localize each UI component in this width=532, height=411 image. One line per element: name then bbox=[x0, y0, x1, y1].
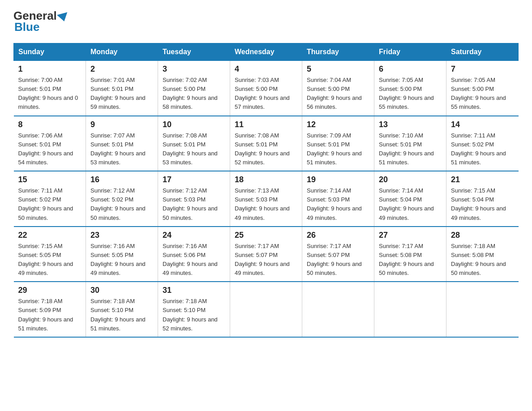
day-info: Sunrise: 7:07 AMSunset: 5:01 PMDaylight:… bbox=[90, 131, 153, 167]
calendar-cell: 22Sunrise: 7:15 AMSunset: 5:05 PMDayligh… bbox=[14, 227, 86, 282]
day-info: Sunrise: 7:00 AMSunset: 5:01 PMDaylight:… bbox=[18, 76, 82, 112]
day-info: Sunrise: 7:03 AMSunset: 5:00 PMDaylight:… bbox=[235, 76, 297, 112]
calendar-cell: 11Sunrise: 7:08 AMSunset: 5:01 PMDayligh… bbox=[230, 116, 302, 171]
day-info: Sunrise: 7:06 AMSunset: 5:01 PMDaylight:… bbox=[18, 131, 82, 167]
day-number: 19 bbox=[307, 175, 369, 184]
day-number: 21 bbox=[451, 175, 514, 184]
day-info: Sunrise: 7:08 AMSunset: 5:01 PMDaylight:… bbox=[163, 131, 225, 167]
header-friday: Friday bbox=[374, 43, 446, 61]
header-monday: Monday bbox=[86, 43, 158, 61]
day-number: 20 bbox=[379, 175, 442, 184]
day-info: Sunrise: 7:18 AMSunset: 5:08 PMDaylight:… bbox=[451, 242, 514, 278]
day-number: 9 bbox=[90, 120, 153, 129]
day-number: 29 bbox=[18, 286, 82, 295]
calendar-cell: 25Sunrise: 7:17 AMSunset: 5:07 PMDayligh… bbox=[230, 227, 302, 282]
calendar-cell: 8Sunrise: 7:06 AMSunset: 5:01 PMDaylight… bbox=[14, 116, 86, 171]
page-header: General Blue bbox=[13, 9, 519, 34]
day-info: Sunrise: 7:08 AMSunset: 5:01 PMDaylight:… bbox=[235, 131, 297, 167]
day-number: 22 bbox=[18, 231, 82, 240]
calendar-cell bbox=[446, 282, 519, 337]
calendar-cell: 9Sunrise: 7:07 AMSunset: 5:01 PMDaylight… bbox=[86, 116, 158, 171]
day-number: 14 bbox=[451, 120, 514, 129]
calendar-cell bbox=[230, 282, 302, 337]
day-info: Sunrise: 7:01 AMSunset: 5:01 PMDaylight:… bbox=[90, 76, 153, 112]
day-info: Sunrise: 7:16 AMSunset: 5:05 PMDaylight:… bbox=[90, 242, 153, 278]
calendar-cell: 16Sunrise: 7:12 AMSunset: 5:02 PMDayligh… bbox=[86, 171, 158, 227]
calendar-header-row: SundayMondayTuesdayWednesdayThursdayFrid… bbox=[14, 43, 519, 61]
calendar-cell: 1Sunrise: 7:00 AMSunset: 5:01 PMDaylight… bbox=[14, 61, 86, 116]
calendar-table: SundayMondayTuesdayWednesdayThursdayFrid… bbox=[13, 43, 519, 338]
calendar-cell: 23Sunrise: 7:16 AMSunset: 5:05 PMDayligh… bbox=[86, 227, 158, 282]
calendar-cell: 17Sunrise: 7:12 AMSunset: 5:03 PMDayligh… bbox=[158, 171, 230, 227]
calendar-cell: 19Sunrise: 7:14 AMSunset: 5:03 PMDayligh… bbox=[302, 171, 374, 227]
calendar-cell: 29Sunrise: 7:18 AMSunset: 5:09 PMDayligh… bbox=[14, 282, 86, 337]
day-info: Sunrise: 7:18 AMSunset: 5:09 PMDaylight:… bbox=[18, 297, 82, 333]
day-number: 24 bbox=[163, 231, 225, 240]
calendar-week-1: 1Sunrise: 7:00 AMSunset: 5:01 PMDaylight… bbox=[14, 61, 519, 116]
day-info: Sunrise: 7:14 AMSunset: 5:03 PMDaylight:… bbox=[307, 186, 369, 223]
calendar-cell: 14Sunrise: 7:11 AMSunset: 5:02 PMDayligh… bbox=[446, 116, 519, 171]
day-number: 3 bbox=[163, 64, 225, 74]
day-info: Sunrise: 7:18 AMSunset: 5:10 PMDaylight:… bbox=[163, 297, 225, 333]
day-info: Sunrise: 7:11 AMSunset: 5:02 PMDaylight:… bbox=[18, 186, 82, 223]
calendar-cell: 7Sunrise: 7:05 AMSunset: 5:00 PMDaylight… bbox=[446, 61, 519, 116]
day-number: 5 bbox=[307, 64, 369, 74]
day-number: 6 bbox=[379, 64, 442, 74]
day-info: Sunrise: 7:10 AMSunset: 5:01 PMDaylight:… bbox=[379, 131, 442, 167]
day-number: 25 bbox=[235, 231, 297, 240]
day-info: Sunrise: 7:17 AMSunset: 5:07 PMDaylight:… bbox=[307, 242, 369, 278]
calendar-week-5: 29Sunrise: 7:18 AMSunset: 5:09 PMDayligh… bbox=[14, 282, 519, 337]
day-number: 8 bbox=[18, 120, 82, 129]
day-number: 11 bbox=[235, 120, 297, 129]
calendar-cell: 3Sunrise: 7:02 AMSunset: 5:00 PMDaylight… bbox=[158, 61, 230, 116]
day-info: Sunrise: 7:16 AMSunset: 5:06 PMDaylight:… bbox=[163, 242, 225, 278]
day-number: 16 bbox=[90, 175, 153, 184]
calendar-week-4: 22Sunrise: 7:15 AMSunset: 5:05 PMDayligh… bbox=[14, 227, 519, 282]
calendar-cell: 13Sunrise: 7:10 AMSunset: 5:01 PMDayligh… bbox=[374, 116, 446, 171]
calendar-cell: 20Sunrise: 7:14 AMSunset: 5:04 PMDayligh… bbox=[374, 171, 446, 227]
day-info: Sunrise: 7:15 AMSunset: 5:05 PMDaylight:… bbox=[18, 242, 82, 278]
day-number: 12 bbox=[307, 120, 369, 129]
day-info: Sunrise: 7:17 AMSunset: 5:07 PMDaylight:… bbox=[235, 242, 297, 278]
day-info: Sunrise: 7:05 AMSunset: 5:00 PMDaylight:… bbox=[451, 76, 514, 112]
day-info: Sunrise: 7:15 AMSunset: 5:04 PMDaylight:… bbox=[451, 186, 514, 223]
calendar-cell: 28Sunrise: 7:18 AMSunset: 5:08 PMDayligh… bbox=[446, 227, 519, 282]
header-tuesday: Tuesday bbox=[158, 43, 230, 61]
logo-blue: Blue bbox=[14, 20, 39, 34]
calendar-cell: 31Sunrise: 7:18 AMSunset: 5:10 PMDayligh… bbox=[158, 282, 230, 337]
day-number: 27 bbox=[379, 231, 442, 240]
day-info: Sunrise: 7:11 AMSunset: 5:02 PMDaylight:… bbox=[451, 131, 514, 167]
day-info: Sunrise: 7:02 AMSunset: 5:00 PMDaylight:… bbox=[163, 76, 225, 112]
day-number: 2 bbox=[90, 64, 153, 74]
calendar-cell bbox=[302, 282, 374, 337]
day-number: 7 bbox=[451, 64, 514, 74]
calendar-cell: 21Sunrise: 7:15 AMSunset: 5:04 PMDayligh… bbox=[446, 171, 519, 227]
day-number: 1 bbox=[18, 64, 82, 74]
day-number: 23 bbox=[90, 231, 153, 240]
calendar-cell: 6Sunrise: 7:05 AMSunset: 5:00 PMDaylight… bbox=[374, 61, 446, 116]
calendar-cell: 10Sunrise: 7:08 AMSunset: 5:01 PMDayligh… bbox=[158, 116, 230, 171]
calendar-cell: 12Sunrise: 7:09 AMSunset: 5:01 PMDayligh… bbox=[302, 116, 374, 171]
calendar-cell: 5Sunrise: 7:04 AMSunset: 5:00 PMDaylight… bbox=[302, 61, 374, 116]
header-sunday: Sunday bbox=[14, 43, 86, 61]
day-number: 10 bbox=[163, 120, 225, 129]
header-wednesday: Wednesday bbox=[230, 43, 302, 61]
day-info: Sunrise: 7:17 AMSunset: 5:08 PMDaylight:… bbox=[379, 242, 442, 278]
header-saturday: Saturday bbox=[446, 43, 519, 61]
day-number: 4 bbox=[235, 64, 297, 74]
day-info: Sunrise: 7:04 AMSunset: 5:00 PMDaylight:… bbox=[307, 76, 369, 112]
day-number: 13 bbox=[379, 120, 442, 129]
calendar-cell: 24Sunrise: 7:16 AMSunset: 5:06 PMDayligh… bbox=[158, 227, 230, 282]
calendar-cell bbox=[374, 282, 446, 337]
day-number: 17 bbox=[163, 175, 225, 184]
day-info: Sunrise: 7:05 AMSunset: 5:00 PMDaylight:… bbox=[379, 76, 442, 112]
calendar-cell: 30Sunrise: 7:18 AMSunset: 5:10 PMDayligh… bbox=[86, 282, 158, 337]
day-info: Sunrise: 7:18 AMSunset: 5:10 PMDaylight:… bbox=[90, 297, 153, 333]
calendar-week-3: 15Sunrise: 7:11 AMSunset: 5:02 PMDayligh… bbox=[14, 171, 519, 227]
day-info: Sunrise: 7:12 AMSunset: 5:03 PMDaylight:… bbox=[163, 186, 225, 223]
header-thursday: Thursday bbox=[302, 43, 374, 61]
day-info: Sunrise: 7:14 AMSunset: 5:04 PMDaylight:… bbox=[379, 186, 442, 223]
calendar-cell: 27Sunrise: 7:17 AMSunset: 5:08 PMDayligh… bbox=[374, 227, 446, 282]
calendar-cell: 2Sunrise: 7:01 AMSunset: 5:01 PMDaylight… bbox=[86, 61, 158, 116]
day-number: 15 bbox=[18, 175, 82, 184]
